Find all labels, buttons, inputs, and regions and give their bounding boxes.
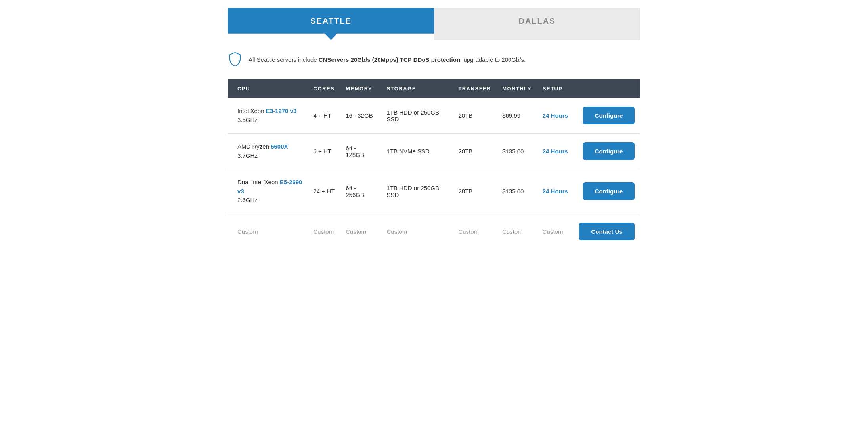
- cores-cell-0: 4 + HT: [308, 98, 340, 134]
- setup-hours: 24 Hours: [543, 188, 568, 195]
- memory-cell-0: 16 - 32GB: [340, 98, 381, 134]
- cpu-cell-1: AMD Ryzen 5600X3.7GHz: [228, 134, 308, 169]
- location-tabs: SEATTLE DALLAS: [228, 8, 640, 40]
- table-row: AMD Ryzen 5600X3.7GHz6 + HT64 - 128GB1TB…: [228, 134, 640, 169]
- transfer-cell-1: 20TB: [453, 134, 497, 169]
- cpu-model: 5600X: [271, 143, 288, 150]
- cpu-name: AMD Ryzen 5600X3.7GHz: [237, 142, 302, 160]
- cpu-freq: 2.6GHz: [237, 197, 258, 203]
- setup-cell-1: 24 Hours: [537, 134, 574, 169]
- contact-action-cell: Contact Us: [574, 214, 640, 249]
- col-action: [574, 79, 640, 98]
- ddos-notice: All Seattle servers include CNServers 20…: [228, 52, 640, 67]
- action-cell-1: Configure: [574, 134, 640, 169]
- cpu-model: E3-1270 v3: [266, 107, 297, 114]
- col-storage: STORAGE: [381, 79, 453, 98]
- custom-memory: Custom: [340, 214, 381, 249]
- configure-button-0[interactable]: Configure: [583, 107, 635, 124]
- cpu-name: Dual Intel Xeon E5-2690 v32.6GHz: [237, 178, 302, 205]
- col-cpu: CPU: [228, 79, 308, 98]
- monthly-cell-1: $135.00: [497, 134, 537, 169]
- custom-setup: Custom: [537, 214, 574, 249]
- setup-hours: 24 Hours: [543, 112, 568, 119]
- cores-cell-2: 24 + HT: [308, 169, 340, 214]
- cpu-freq: 3.5GHz: [237, 116, 258, 123]
- tab-seattle-label: SEATTLE: [310, 17, 352, 25]
- tab-dallas[interactable]: DALLAS: [434, 8, 640, 40]
- setup-cell-0: 24 Hours: [537, 98, 574, 134]
- memory-cell-1: 64 - 128GB: [340, 134, 381, 169]
- tab-dallas-label: DALLAS: [518, 17, 555, 25]
- cpu-cell-0: Intel Xeon E3-1270 v33.5GHz: [228, 98, 308, 134]
- configure-button-2[interactable]: Configure: [583, 182, 635, 200]
- monthly-cell-0: $69.99: [497, 98, 537, 134]
- notice-bold: CNServers 20Gb/s (20Mpps) TCP DDoS prote…: [319, 56, 460, 63]
- storage-cell-2: 1TB HDD or 250GB SSD: [381, 169, 453, 214]
- col-setup: SETUP: [537, 79, 574, 98]
- col-monthly: MONTHLY: [497, 79, 537, 98]
- transfer-cell-0: 20TB: [453, 98, 497, 134]
- custom-storage: Custom: [381, 214, 453, 249]
- setup-cell-2: 24 Hours: [537, 169, 574, 214]
- configure-button-1[interactable]: Configure: [583, 142, 635, 160]
- shield-icon: [228, 52, 242, 67]
- col-cores: CORES: [308, 79, 340, 98]
- storage-cell-0: 1TB HDD or 250GB SSD: [381, 98, 453, 134]
- custom-cores: Custom: [308, 214, 340, 249]
- custom-cpu: Custom: [228, 214, 308, 249]
- action-cell-2: Configure: [574, 169, 640, 214]
- custom-monthly: Custom: [497, 214, 537, 249]
- monthly-cell-2: $135.00: [497, 169, 537, 214]
- table-row: Intel Xeon E3-1270 v33.5GHz4 + HT16 - 32…: [228, 98, 640, 134]
- transfer-cell-2: 20TB: [453, 169, 497, 214]
- memory-cell-2: 64 - 256GB: [340, 169, 381, 214]
- cores-cell-1: 6 + HT: [308, 134, 340, 169]
- tab-seattle[interactable]: SEATTLE: [228, 8, 434, 40]
- custom-transfer: Custom: [453, 214, 497, 249]
- action-cell-0: Configure: [574, 98, 640, 134]
- cpu-model: E5-2690 v3: [237, 179, 302, 195]
- table-row: Dual Intel Xeon E5-2690 v32.6GHz24 + HT6…: [228, 169, 640, 214]
- setup-hours: 24 Hours: [543, 148, 568, 155]
- table-header-row: CPU CORES MEMORY STORAGE TRANSFER MONTHL…: [228, 79, 640, 98]
- server-table: CPU CORES MEMORY STORAGE TRANSFER MONTHL…: [228, 79, 640, 249]
- storage-cell-1: 1TB NVMe SSD: [381, 134, 453, 169]
- contact-us-button[interactable]: Contact Us: [579, 223, 635, 240]
- cpu-name: Intel Xeon E3-1270 v33.5GHz: [237, 107, 302, 124]
- custom-row: CustomCustomCustomCustomCustomCustomCust…: [228, 214, 640, 249]
- col-transfer: TRANSFER: [453, 79, 497, 98]
- notice-text: All Seattle servers include CNServers 20…: [249, 56, 526, 63]
- cpu-cell-2: Dual Intel Xeon E5-2690 v32.6GHz: [228, 169, 308, 214]
- col-memory: MEMORY: [340, 79, 381, 98]
- cpu-freq: 3.7GHz: [237, 152, 258, 159]
